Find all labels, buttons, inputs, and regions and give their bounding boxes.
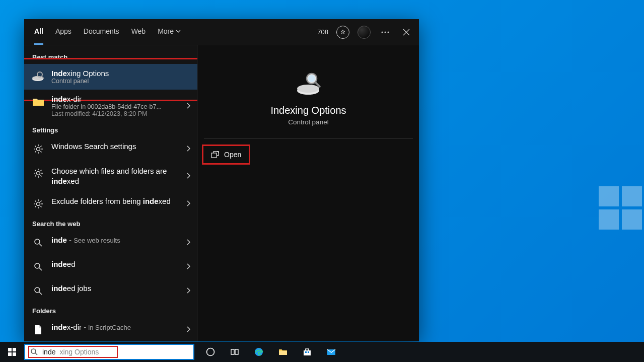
taskbar: indexing Options <box>0 342 644 362</box>
result-web-indeed[interactable]: indeed <box>24 255 197 279</box>
start-button[interactable] <box>0 342 24 362</box>
folder-icon <box>31 95 45 109</box>
result-setting-exclude-folders[interactable]: Exclude folders from being indexed <box>24 192 197 216</box>
result-title-rest: x-dir <box>67 95 82 103</box>
search-preview-pane: Indexing Options Control panel Open <box>197 45 419 341</box>
svg-point-52 <box>207 348 214 356</box>
svg-point-41 <box>297 85 319 93</box>
svg-rect-47 <box>13 348 16 351</box>
windows-icon <box>8 348 16 356</box>
store-icon <box>302 347 312 357</box>
taskview-icon <box>230 347 240 357</box>
svg-point-36 <box>35 263 40 268</box>
search-header-right: 708 <box>317 26 413 39</box>
store-button[interactable] <box>295 342 319 362</box>
tab-apps[interactable]: Apps <box>55 19 71 45</box>
svg-point-0 <box>382 31 383 33</box>
svg-line-37 <box>39 268 42 270</box>
svg-rect-49 <box>13 352 16 356</box>
mail-button[interactable] <box>319 342 343 362</box>
chevron-right-icon <box>186 325 190 334</box>
svg-line-24 <box>40 170 41 171</box>
section-settings: Settings <box>24 122 197 137</box>
svg-point-50 <box>31 349 36 353</box>
search-icon <box>30 348 38 356</box>
search-autocomplete-ghost: xing Options <box>59 348 99 356</box>
chevron-right-icon <box>186 262 190 271</box>
result-title: Windows Search settings <box>51 142 180 151</box>
gear-icon <box>31 197 45 211</box>
tab-documents[interactable]: Documents <box>84 19 119 45</box>
taskbar-pinned-icons <box>198 342 343 362</box>
search-icon <box>31 236 45 250</box>
chevron-down-icon <box>176 29 181 34</box>
tab-web[interactable]: Web <box>131 19 146 45</box>
svg-line-35 <box>39 244 42 246</box>
svg-rect-45 <box>211 153 217 158</box>
result-folder-scriptcache[interactable]: index-dir - in ScriptCache <box>24 318 197 342</box>
svg-line-22 <box>40 175 41 176</box>
indexing-options-icon <box>31 69 45 83</box>
search-icon <box>31 284 45 298</box>
result-folder-index-dir[interactable]: index-dir File folder in 0002da8b-54dd-4… <box>24 90 197 122</box>
svg-point-16 <box>37 172 40 175</box>
result-title-bold: Inde <box>51 69 67 78</box>
section-search-web: Search the web <box>24 216 197 231</box>
svg-point-2 <box>388 31 389 33</box>
gear-icon <box>31 142 45 156</box>
result-setting-windows-search[interactable]: Windows Search settings <box>24 137 197 161</box>
search-results-column: Best match Indexing Options Control pane… <box>24 45 197 341</box>
svg-rect-57 <box>304 350 311 355</box>
svg-point-7 <box>37 148 40 151</box>
svg-rect-56 <box>279 351 287 355</box>
svg-line-39 <box>39 292 42 295</box>
chevron-right-icon <box>186 102 190 111</box>
svg-line-51 <box>35 353 37 355</box>
svg-point-1 <box>385 31 386 33</box>
cortana-button[interactable] <box>198 342 223 362</box>
mail-icon <box>326 347 336 357</box>
tab-more[interactable]: More <box>158 19 181 45</box>
tab-all[interactable]: All <box>34 19 43 45</box>
svg-rect-59 <box>308 351 309 353</box>
rewards-count: 708 <box>317 28 328 36</box>
svg-rect-58 <box>305 351 307 353</box>
result-title-bold: inde <box>51 95 67 103</box>
result-web-indeed-jobs[interactable]: indeed jobs <box>24 279 197 303</box>
start-search-panel: All Apps Documents Web More 708 Bes <box>24 19 419 341</box>
svg-point-34 <box>35 239 40 244</box>
close-button[interactable] <box>400 26 413 39</box>
open-button[interactable]: Open <box>204 147 248 163</box>
preview-title: Indexing Options <box>270 105 346 116</box>
svg-line-14 <box>35 151 36 152</box>
chevron-right-icon <box>186 199 190 208</box>
svg-rect-54 <box>235 349 238 354</box>
open-label: Open <box>224 151 241 159</box>
taskbar-search-input[interactable]: indexing Options <box>24 344 194 360</box>
user-avatar[interactable] <box>357 26 371 39</box>
result-best-match[interactable]: Indexing Options Control panel <box>24 64 197 90</box>
search-typed-text: inde <box>42 348 55 356</box>
svg-line-21 <box>35 170 36 171</box>
result-web-inde[interactable]: inde - See web results <box>24 231 197 255</box>
explorer-button[interactable] <box>271 342 295 362</box>
open-icon <box>211 151 219 158</box>
taskview-button[interactable] <box>223 342 247 362</box>
rewards-icon[interactable] <box>336 26 349 39</box>
svg-line-32 <box>35 206 36 207</box>
result-title-rest: xing Options <box>67 69 109 78</box>
chevron-right-icon <box>186 144 190 154</box>
svg-rect-48 <box>8 352 12 356</box>
ellipsis-icon <box>381 31 389 33</box>
options-button[interactable] <box>379 26 392 39</box>
svg-line-23 <box>35 175 36 176</box>
edge-button[interactable] <box>247 342 271 362</box>
section-folders: Folders <box>24 303 197 318</box>
gear-icon <box>31 166 45 180</box>
result-setting-choose-indexed[interactable]: Choose which files and folders are index… <box>24 161 197 192</box>
close-icon <box>403 29 410 36</box>
cortana-icon <box>205 347 216 357</box>
svg-line-15 <box>40 146 41 147</box>
edge-icon <box>254 347 264 357</box>
windows-wallpaper-logo <box>599 186 644 232</box>
